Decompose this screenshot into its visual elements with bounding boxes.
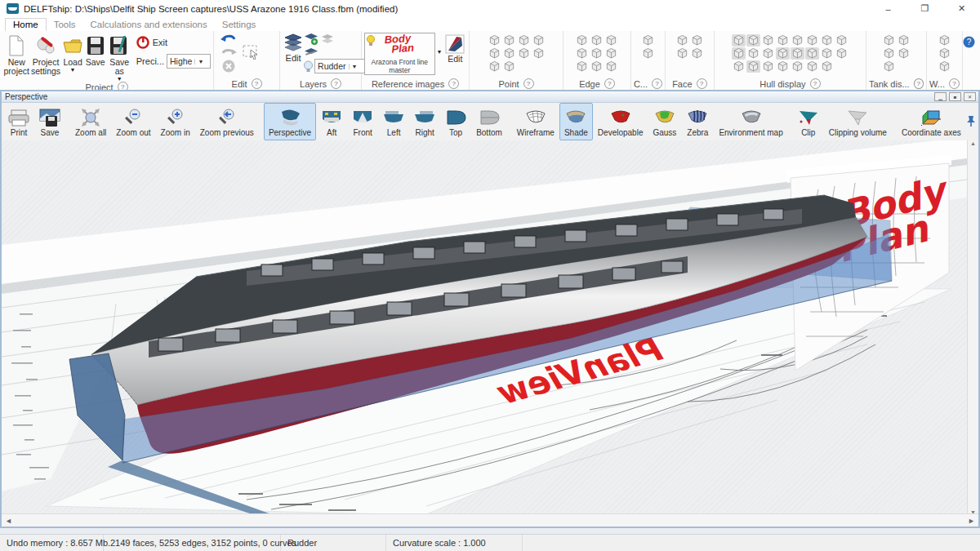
layers-icon[interactable] bbox=[283, 33, 304, 52]
load-dropdown-arrow[interactable]: ▼ bbox=[61, 67, 85, 73]
horizontal-scrollbar[interactable]: ◄ ► bbox=[2, 513, 978, 527]
perspective-view-button[interactable]: Perspective bbox=[264, 103, 316, 140]
tool-cube-icon[interactable] bbox=[502, 34, 516, 47]
tool-cube-icon[interactable] bbox=[761, 60, 775, 73]
top-view-button[interactable]: Top bbox=[440, 103, 471, 140]
tool-cube-icon[interactable] bbox=[746, 60, 760, 73]
tool-cube-icon[interactable] bbox=[761, 47, 775, 60]
new-project-button[interactable]: New project bbox=[2, 33, 30, 76]
tab-calculations[interactable]: Calculations and extensions bbox=[83, 19, 215, 31]
help-icon[interactable]: ? bbox=[523, 78, 534, 89]
front-view-button[interactable]: Front bbox=[347, 103, 378, 140]
help-icon[interactable]: ? bbox=[331, 78, 341, 89]
developable-button[interactable]: Developable bbox=[593, 103, 648, 140]
tool-cube-icon[interactable] bbox=[938, 34, 951, 47]
tool-cube-icon[interactable] bbox=[791, 60, 804, 73]
save-as-dropdown-arrow[interactable]: ▼ bbox=[106, 76, 133, 82]
right-view-button[interactable]: Right bbox=[409, 103, 440, 140]
help-icon[interactable]: ? bbox=[810, 78, 821, 89]
panel-minimize-button[interactable]: ▁ bbox=[934, 92, 947, 101]
point-tools-grid[interactable] bbox=[488, 33, 546, 73]
scroll-right-icon[interactable]: ► bbox=[968, 517, 975, 525]
scroll-left-icon[interactable]: ◄ bbox=[5, 517, 12, 525]
tool-cube-icon[interactable] bbox=[604, 34, 618, 47]
tool-cube-icon[interactable] bbox=[820, 60, 834, 73]
layer-gray-icon[interactable] bbox=[321, 33, 334, 46]
tool-cube-icon[interactable] bbox=[882, 60, 896, 73]
tab-tools[interactable]: Tools bbox=[47, 19, 83, 31]
tool-cube-icon[interactable] bbox=[488, 34, 501, 47]
zoom-all-button[interactable]: Zoom all bbox=[70, 103, 111, 140]
precision-select[interactable]: Highe ▼ bbox=[167, 54, 211, 69]
wireframe-button[interactable]: Wireframe bbox=[512, 103, 559, 140]
tank-display-grid[interactable] bbox=[882, 33, 911, 73]
save-view-button[interactable]: Save bbox=[34, 103, 65, 140]
shade-button[interactable]: Shade bbox=[559, 103, 593, 140]
layers-edit-label[interactable]: Edit bbox=[286, 53, 301, 63]
tool-cube-icon[interactable] bbox=[776, 60, 790, 73]
left-view-button[interactable]: Left bbox=[378, 103, 409, 140]
tool-cube-icon[interactable] bbox=[604, 60, 618, 73]
coordinate-axes-button[interactable]: Coordinate axes bbox=[897, 103, 966, 140]
tool-cube-icon[interactable] bbox=[690, 34, 704, 47]
tool-cube-icon[interactable] bbox=[675, 34, 689, 47]
help-icon[interactable]: ? bbox=[949, 78, 960, 89]
undo-icon[interactable] bbox=[220, 33, 238, 47]
panel-close-button[interactable]: ✕ bbox=[964, 92, 976, 101]
panel-maximize-button[interactable]: ■ bbox=[949, 92, 961, 101]
tool-cube-icon[interactable] bbox=[746, 47, 760, 60]
clip-button[interactable]: Clip bbox=[793, 103, 824, 140]
tab-settings[interactable]: Settings bbox=[215, 19, 264, 31]
edge-tools-grid[interactable] bbox=[575, 33, 618, 73]
tool-cube-icon[interactable] bbox=[805, 60, 819, 73]
curve-tools-grid[interactable] bbox=[641, 33, 655, 60]
tool-cube-icon[interactable] bbox=[532, 34, 546, 47]
layer-add-icon[interactable] bbox=[304, 33, 318, 46]
tool-cube-icon[interactable] bbox=[488, 60, 501, 73]
select-icon[interactable] bbox=[243, 43, 261, 60]
tool-cube-icon[interactable] bbox=[532, 47, 546, 60]
tool-cube-icon[interactable] bbox=[732, 34, 746, 47]
minimize-button[interactable]: – bbox=[870, 0, 906, 17]
hull-display-grid[interactable] bbox=[732, 33, 849, 73]
tool-cube-icon[interactable] bbox=[575, 60, 589, 73]
reference-image-thumbnail[interactable]: Body Plan Arazona Front line master bbox=[364, 33, 435, 75]
tool-cube-icon[interactable] bbox=[590, 60, 604, 73]
zoom-previous-button[interactable]: Zoom previous bbox=[195, 103, 259, 140]
tool-cube-icon[interactable] bbox=[897, 47, 911, 60]
aft-view-button[interactable]: Aft bbox=[316, 103, 347, 140]
tool-cube-icon[interactable] bbox=[517, 34, 531, 47]
tool-cube-icon[interactable] bbox=[776, 47, 790, 60]
tool-cube-icon[interactable] bbox=[835, 47, 849, 60]
close-button[interactable]: ✕ bbox=[943, 0, 980, 17]
window-tools-grid[interactable] bbox=[938, 33, 951, 73]
maximize-button[interactable]: ❐ bbox=[906, 0, 943, 17]
tool-cube-icon[interactable] bbox=[897, 34, 911, 47]
tab-home[interactable]: Home bbox=[5, 18, 47, 31]
pin-icon[interactable] bbox=[966, 115, 976, 127]
tool-cube-icon[interactable] bbox=[502, 47, 516, 60]
tool-cube-icon[interactable] bbox=[575, 34, 589, 47]
help-icon[interactable]: ? bbox=[652, 78, 662, 89]
environment-map-button[interactable]: Environment map bbox=[714, 103, 787, 140]
tool-cube-icon[interactable] bbox=[641, 34, 655, 47]
tool-cube-icon[interactable] bbox=[502, 60, 516, 73]
save-as-button[interactable]: Save as ▼ bbox=[106, 33, 133, 82]
tool-cube-icon[interactable] bbox=[820, 47, 834, 60]
tool-cube-icon[interactable] bbox=[882, 47, 896, 60]
panel-header[interactable]: Perspective ▁ ■ ✕ bbox=[2, 91, 978, 103]
zoom-out-button[interactable]: Zoom out bbox=[111, 103, 155, 140]
help-icon[interactable]: ? bbox=[448, 78, 459, 89]
tool-cube-icon[interactable] bbox=[488, 47, 501, 60]
tool-cube-icon[interactable] bbox=[776, 34, 790, 47]
lightbulb-icon[interactable] bbox=[304, 60, 313, 73]
tool-cube-icon[interactable] bbox=[590, 34, 604, 47]
help-icon[interactable]: ? bbox=[604, 78, 615, 89]
tool-cube-icon[interactable] bbox=[791, 34, 804, 47]
help-icon[interactable]: ? bbox=[252, 78, 262, 89]
vertical-scrollbar[interactable]: ▲ ▼ bbox=[967, 140, 978, 515]
tool-cube-icon[interactable] bbox=[732, 60, 746, 73]
tool-cube-icon[interactable] bbox=[590, 47, 604, 60]
help-icon[interactable]: ? bbox=[914, 78, 924, 89]
tool-cube-icon[interactable] bbox=[690, 47, 704, 60]
